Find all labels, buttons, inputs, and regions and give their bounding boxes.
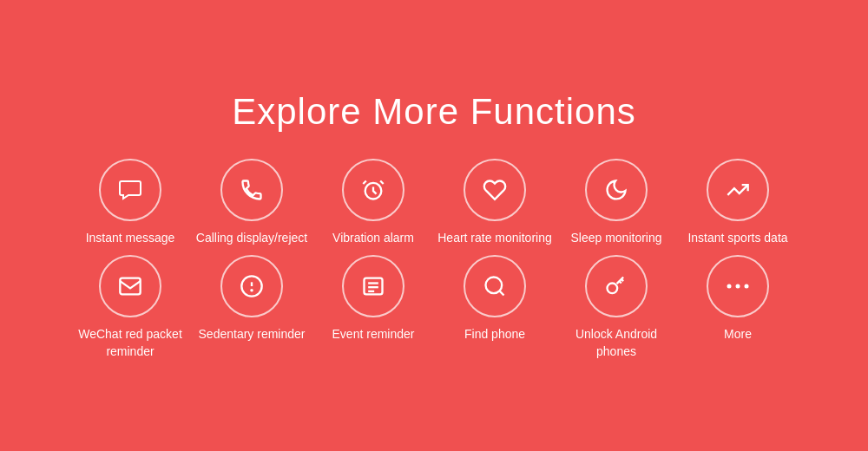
chart-icon <box>707 159 769 221</box>
phone-icon <box>220 159 283 221</box>
svg-line-10 <box>499 291 503 296</box>
function-item-heart-rate[interactable]: Heart rate monitoring <box>434 159 556 247</box>
function-item-instant-message[interactable]: Instant message <box>69 159 191 247</box>
heart-icon <box>464 159 526 221</box>
function-label-sedentary-reminder: Sedentary reminder <box>199 326 306 343</box>
svg-point-11 <box>608 284 618 294</box>
function-item-wechat-red-packet[interactable]: WeChat red packet reminder <box>69 255 191 360</box>
function-item-vibration-alarm[interactable]: Vibration alarm <box>312 159 434 247</box>
function-label-sleep-monitoring: Sleep monitoring <box>570 230 661 247</box>
function-item-sleep-monitoring[interactable]: Sleep monitoring <box>556 159 677 247</box>
more-dots-icon <box>707 255 769 317</box>
search-icon <box>464 255 526 317</box>
moon-icon <box>585 159 648 221</box>
list-icon <box>342 255 404 317</box>
chat-bubble-icon <box>99 159 161 221</box>
function-label-instant-message: Instant message <box>86 230 175 247</box>
function-item-more[interactable]: More <box>677 255 799 360</box>
function-item-find-phone[interactable]: Find phone <box>434 255 556 360</box>
function-item-calling-display[interactable]: Calling display/reject <box>191 159 312 247</box>
functions-grid: Instant message Calling display/reject V… <box>69 159 799 361</box>
alarm-clock-icon <box>342 159 404 221</box>
page-title: Explore More Functions <box>232 91 636 133</box>
function-item-sedentary-reminder[interactable]: Sedentary reminder <box>191 255 312 360</box>
svg-point-12 <box>727 284 732 289</box>
key-icon <box>585 255 648 317</box>
function-label-wechat-red-packet: WeChat red packet reminder <box>69 326 191 360</box>
function-label-vibration-alarm: Vibration alarm <box>332 230 414 247</box>
svg-point-9 <box>486 278 503 294</box>
exclamation-icon <box>220 255 283 317</box>
envelope-icon <box>99 255 161 317</box>
svg-rect-1 <box>120 278 140 295</box>
svg-point-13 <box>736 284 740 289</box>
function-item-sports-data[interactable]: Instant sports data <box>677 159 799 247</box>
function-label-event-reminder: Event reminder <box>332 326 415 343</box>
svg-point-14 <box>745 284 749 289</box>
function-label-find-phone: Find phone <box>464 326 525 343</box>
function-label-more: More <box>724 326 752 343</box>
function-item-unlock-android[interactable]: Unlock Android phones <box>556 255 677 360</box>
function-item-event-reminder[interactable]: Event reminder <box>312 255 434 360</box>
function-label-heart-rate: Heart rate monitoring <box>437 230 552 247</box>
function-label-calling-display: Calling display/reject <box>196 230 307 247</box>
function-label-sports-data: Instant sports data <box>687 230 787 247</box>
functions-row-1: WeChat red packet reminder Sedentary rem… <box>69 255 799 360</box>
functions-row-0: Instant message Calling display/reject V… <box>69 159 799 247</box>
function-label-unlock-android: Unlock Android phones <box>556 326 677 360</box>
